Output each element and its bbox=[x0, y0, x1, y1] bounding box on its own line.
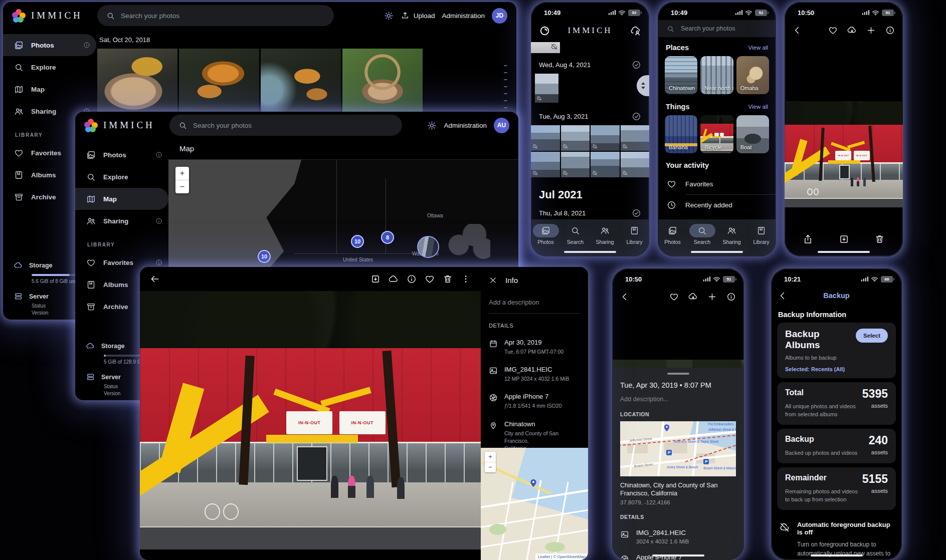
recently-added-row[interactable]: Recently added bbox=[658, 195, 776, 215]
theme-toggle-button[interactable] bbox=[427, 121, 437, 130]
photo-thumbnail[interactable] bbox=[621, 125, 650, 151]
thing-card[interactable]: IN-N-OUTIN-N-OUT Bicycle bbox=[700, 115, 733, 153]
add-description-field[interactable]: Add description... bbox=[620, 396, 736, 403]
share-icon[interactable] bbox=[803, 234, 813, 244]
view-all-link[interactable]: View all bbox=[748, 104, 768, 110]
nav-library[interactable]: Library bbox=[747, 224, 776, 256]
sheet-drag-handle[interactable] bbox=[667, 373, 689, 375]
info-icon[interactable] bbox=[155, 259, 162, 266]
info-icon[interactable] bbox=[155, 217, 162, 224]
favorite-icon[interactable] bbox=[425, 274, 435, 284]
immich-logo[interactable]: IMMICH bbox=[12, 9, 90, 23]
view-all-link[interactable]: View all bbox=[748, 45, 768, 51]
delete-icon[interactable] bbox=[443, 274, 453, 284]
info-icon[interactable] bbox=[726, 292, 736, 302]
place-card[interactable]: Omaha bbox=[736, 56, 769, 94]
zoom-out-button[interactable]: − bbox=[175, 180, 189, 193]
search-input[interactable]: Search your photos bbox=[658, 20, 776, 37]
photo-thumbnail[interactable] bbox=[621, 152, 650, 177]
favorites-row[interactable]: Favorites bbox=[658, 174, 776, 194]
map-zoom-control[interactable]: + − bbox=[175, 167, 189, 193]
download-icon[interactable] bbox=[370, 274, 381, 284]
upload-button[interactable]: Upload bbox=[401, 11, 435, 20]
in-n-out-photo[interactable]: IN-N-OUT IN-N-OUT bbox=[785, 101, 903, 207]
search-input[interactable]: Search your photos bbox=[169, 115, 402, 136]
nav-photos[interactable]: Photos bbox=[531, 224, 560, 256]
back-chevron-icon[interactable] bbox=[793, 26, 802, 35]
sidebar-item-sharing[interactable]: Sharing bbox=[75, 210, 168, 232]
add-icon[interactable] bbox=[707, 292, 717, 302]
sidebar-item-explore[interactable]: Explore bbox=[3, 56, 96, 78]
place-card[interactable]: Near north side bbox=[700, 56, 733, 94]
photo-thumbnail[interactable] bbox=[531, 42, 560, 53]
search-input[interactable]: Search your photos bbox=[97, 5, 334, 26]
info-icon[interactable] bbox=[155, 151, 162, 158]
close-icon[interactable] bbox=[489, 276, 497, 285]
timeline-scrubber-handle[interactable] bbox=[637, 75, 649, 96]
select-check-icon[interactable] bbox=[632, 208, 641, 218]
nav-photos[interactable]: Photos bbox=[658, 224, 687, 256]
home-indicator[interactable] bbox=[811, 554, 863, 556]
back-chevron-icon[interactable] bbox=[778, 291, 788, 301]
sidebar-item-photos[interactable]: Photos bbox=[75, 144, 168, 166]
photo-thumbnail[interactable] bbox=[561, 125, 590, 151]
theme-toggle-button[interactable] bbox=[384, 11, 394, 21]
info-icon[interactable] bbox=[407, 274, 417, 284]
immich-logo[interactable]: IMMICH bbox=[84, 119, 162, 132]
immich-logo-icon[interactable] bbox=[539, 25, 550, 37]
map-photo-marker[interactable] bbox=[417, 236, 439, 258]
sidebar-item-photos[interactable]: Photos bbox=[3, 34, 96, 56]
photo-thumbnail[interactable] bbox=[97, 49, 177, 118]
thing-card[interactable]: Banana bbox=[665, 115, 697, 153]
map-attribution[interactable]: Leaflet | © OpenStreetMap bbox=[535, 553, 588, 560]
upload-cloud-icon[interactable] bbox=[688, 292, 698, 302]
photo-thumbnail[interactable] bbox=[531, 152, 560, 177]
photo-thumbnail[interactable] bbox=[342, 49, 423, 118]
add-description-field[interactable]: Add a description bbox=[489, 299, 580, 314]
photo-thumbnail[interactable] bbox=[591, 125, 620, 151]
home-indicator[interactable] bbox=[652, 554, 704, 556]
sidebar-item-map[interactable]: Map bbox=[75, 188, 168, 210]
map-cluster-marker[interactable]: 10 bbox=[258, 250, 271, 263]
select-button[interactable]: Select bbox=[856, 329, 888, 343]
photo-thumbnail[interactable] bbox=[179, 49, 259, 118]
home-indicator[interactable] bbox=[564, 251, 616, 253]
place-card[interactable]: Chinatown bbox=[665, 56, 697, 94]
more-options-icon[interactable] bbox=[461, 274, 471, 284]
zoom-in-button[interactable]: + bbox=[485, 452, 496, 462]
map-cluster-marker[interactable]: 10 bbox=[351, 235, 364, 248]
favorite-icon[interactable] bbox=[828, 26, 838, 35]
photo-thumbnail[interactable] bbox=[561, 152, 590, 177]
avatar[interactable]: AU bbox=[494, 118, 509, 133]
zoom-in-button[interactable]: + bbox=[175, 167, 189, 180]
select-check-icon[interactable] bbox=[632, 112, 641, 121]
map-cluster-marker[interactable]: 8 bbox=[381, 231, 394, 244]
nav-library[interactable]: Library bbox=[620, 224, 649, 256]
back-chevron-icon[interactable] bbox=[620, 292, 630, 302]
sidebar-item-map[interactable]: Map bbox=[3, 78, 96, 100]
thing-card[interactable]: Boat bbox=[736, 115, 769, 153]
back-icon[interactable] bbox=[150, 274, 160, 284]
photo-thumbnail[interactable] bbox=[531, 125, 560, 151]
photo-edge[interactable] bbox=[612, 360, 744, 368]
upload-cloud-icon[interactable] bbox=[389, 274, 399, 284]
sidebar-item-explore[interactable]: Explore bbox=[75, 166, 168, 188]
info-icon[interactable] bbox=[885, 26, 895, 35]
zoom-out-button[interactable]: − bbox=[485, 462, 496, 472]
administration-link[interactable]: Administration bbox=[444, 122, 487, 129]
administration-link[interactable]: Administration bbox=[442, 12, 485, 20]
delete-icon[interactable] bbox=[874, 234, 885, 244]
backup-cloud-user-icon[interactable] bbox=[630, 25, 641, 37]
home-indicator[interactable] bbox=[818, 251, 870, 253]
location-map[interactable]: Jefferson Street Jefferson Street & Tayl… bbox=[620, 421, 736, 476]
photo-thumbnail[interactable] bbox=[591, 152, 620, 177]
avatar[interactable]: JD bbox=[492, 8, 507, 24]
photo-thumbnail[interactable] bbox=[535, 74, 558, 103]
map-zoom-control[interactable]: + − bbox=[485, 452, 496, 472]
add-icon[interactable] bbox=[866, 26, 876, 35]
favorite-icon[interactable] bbox=[669, 292, 679, 302]
info-icon[interactable] bbox=[83, 42, 90, 49]
location-map[interactable]: + − Leaflet | © OpenStreetMap bbox=[481, 448, 588, 560]
archive-icon[interactable] bbox=[839, 234, 849, 244]
home-indicator[interactable] bbox=[691, 251, 743, 253]
